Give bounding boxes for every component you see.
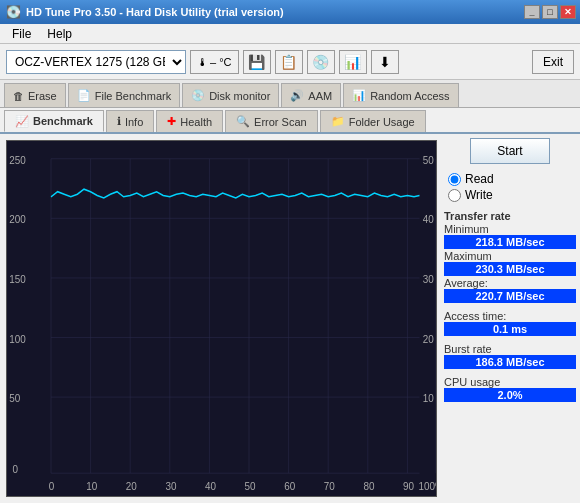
toolbar-btn-4[interactable]: 📊 <box>339 50 367 74</box>
burst-rate-value: 186.8 MB/sec <box>444 355 576 369</box>
tab-aam-label: AAM <box>308 90 332 102</box>
thermometer-icon: 🌡 <box>197 56 208 68</box>
cpu-usage-value: 2.0% <box>444 388 576 402</box>
random-access-icon: 📊 <box>352 89 366 102</box>
read-radio-item[interactable]: Read <box>448 172 576 186</box>
drive-selector[interactable]: OCZ-VERTEX 1275 (128 GB) <box>6 50 186 74</box>
error-scan-icon: 🔍 <box>236 115 250 128</box>
svg-text:50: 50 <box>9 391 20 404</box>
aam-icon: 🔊 <box>290 89 304 102</box>
right-panel: Start Read Write Transfer rate Minimum 2… <box>440 134 580 503</box>
tab-folder-usage-label: Folder Usage <box>349 116 415 128</box>
tab-info-label: Info <box>125 116 143 128</box>
write-radio[interactable] <box>448 189 461 202</box>
svg-text:30: 30 <box>165 479 176 492</box>
tab-random-access-label: Random Access <box>370 90 449 102</box>
start-button[interactable]: Start <box>470 138 550 164</box>
minimum-label: Minimum <box>444 223 576 235</box>
svg-text:200: 200 <box>9 213 26 226</box>
tab-disk-monitor[interactable]: 💿 Disk monitor <box>182 83 279 107</box>
average-label: Average: <box>444 277 576 289</box>
svg-text:100: 100 <box>9 332 26 345</box>
svg-text:100%: 100% <box>418 479 436 492</box>
average-value: 220.7 MB/sec <box>444 289 576 303</box>
read-radio[interactable] <box>448 173 461 186</box>
disk-icon: 💿 <box>312 54 329 70</box>
maximum-value: 230.3 MB/sec <box>444 262 576 276</box>
cpu-usage-section: CPU usage 2.0% <box>444 375 576 402</box>
temperature-display[interactable]: 🌡 – °C <box>190 50 239 74</box>
menu-help[interactable]: Help <box>39 25 80 43</box>
svg-text:10: 10 <box>86 479 97 492</box>
access-time-section: Access time: 0.1 ms <box>444 309 576 336</box>
tab-file-benchmark[interactable]: 📄 File Benchmark <box>68 83 180 107</box>
minimize-button[interactable]: _ <box>524 5 540 19</box>
access-time-value: 0.1 ms <box>444 322 576 336</box>
svg-text:80: 80 <box>363 479 374 492</box>
burst-rate-label: Burst rate <box>444 343 576 355</box>
tab-health[interactable]: ✚ Health <box>156 110 223 132</box>
file-benchmark-icon: 📄 <box>77 89 91 102</box>
minimum-value: 218.1 MB/sec <box>444 235 576 249</box>
tab-folder-usage[interactable]: 📁 Folder Usage <box>320 110 426 132</box>
save-icon: 💾 <box>248 54 265 70</box>
tab-random-access[interactable]: 📊 Random Access <box>343 83 458 107</box>
tab-info[interactable]: ℹ Info <box>106 110 154 132</box>
disk-monitor-icon: 💿 <box>191 89 205 102</box>
window-controls: _ □ ✕ <box>524 5 576 19</box>
svg-text:30: 30 <box>423 272 434 285</box>
svg-text:0: 0 <box>13 462 19 475</box>
close-button[interactable]: ✕ <box>560 5 576 19</box>
svg-text:70: 70 <box>324 479 335 492</box>
tab-error-scan[interactable]: 🔍 Error Scan <box>225 110 318 132</box>
copy-icon: 📋 <box>280 54 297 70</box>
maximize-button[interactable]: □ <box>542 5 558 19</box>
toolbar-btn-2[interactable]: 📋 <box>275 50 303 74</box>
transfer-rate-title: Transfer rate <box>444 210 576 222</box>
benchmark-chart: MB/sec ms trial version <box>6 140 437 497</box>
tab-error-scan-label: Error Scan <box>254 116 307 128</box>
folder-usage-icon: 📁 <box>331 115 345 128</box>
benchmark-icon: 📈 <box>15 115 29 128</box>
svg-text:50: 50 <box>245 479 256 492</box>
read-label: Read <box>465 172 494 186</box>
write-radio-item[interactable]: Write <box>448 188 576 202</box>
menu-file[interactable]: File <box>4 25 39 43</box>
menu-bar: File Help <box>0 24 580 44</box>
tab-disk-monitor-label: Disk monitor <box>209 90 270 102</box>
toolbar: OCZ-VERTEX 1275 (128 GB) 🌡 – °C 💾 📋 💿 📊 … <box>0 44 580 80</box>
chart-svg: 250 200 150 100 50 0 50 40 30 20 10 0 10… <box>7 141 436 496</box>
chart-icon: 📊 <box>344 54 361 70</box>
svg-text:150: 150 <box>9 272 26 285</box>
toolbar-btn-5[interactable]: ⬇ <box>371 50 399 74</box>
main-content: MB/sec ms trial version <box>0 134 580 503</box>
health-icon: ✚ <box>167 115 176 128</box>
svg-text:40: 40 <box>423 213 434 226</box>
tab-benchmark-label: Benchmark <box>33 115 93 127</box>
write-label: Write <box>465 188 493 202</box>
svg-text:20: 20 <box>126 479 137 492</box>
svg-text:90: 90 <box>403 479 414 492</box>
svg-text:250: 250 <box>9 153 26 166</box>
toolbar-btn-1[interactable]: 💾 <box>243 50 271 74</box>
download-icon: ⬇ <box>379 54 391 70</box>
app-icon: 💽 <box>6 5 21 19</box>
mode-radio-group: Read Write <box>444 172 576 202</box>
svg-text:0: 0 <box>49 479 55 492</box>
temp-value: – °C <box>210 56 232 68</box>
tab-erase[interactable]: 🗑 Erase <box>4 83 66 107</box>
svg-text:50: 50 <box>423 153 434 166</box>
access-time-label: Access time: <box>444 310 576 322</box>
title-bar-text: HD Tune Pro 3.50 - Hard Disk Utility (tr… <box>26 6 284 18</box>
tab-aam[interactable]: 🔊 AAM <box>281 83 341 107</box>
title-bar: 💽 HD Tune Pro 3.50 - Hard Disk Utility (… <box>0 0 580 24</box>
svg-text:40: 40 <box>205 479 216 492</box>
exit-button[interactable]: Exit <box>532 50 574 74</box>
toolbar-btn-3[interactable]: 💿 <box>307 50 335 74</box>
svg-text:10: 10 <box>423 391 434 404</box>
svg-text:20: 20 <box>423 332 434 345</box>
tab-erase-label: Erase <box>28 90 57 102</box>
svg-text:60: 60 <box>284 479 295 492</box>
top-tab-bar: 🗑 Erase 📄 File Benchmark 💿 Disk monitor … <box>0 80 580 108</box>
tab-benchmark[interactable]: 📈 Benchmark <box>4 110 104 132</box>
